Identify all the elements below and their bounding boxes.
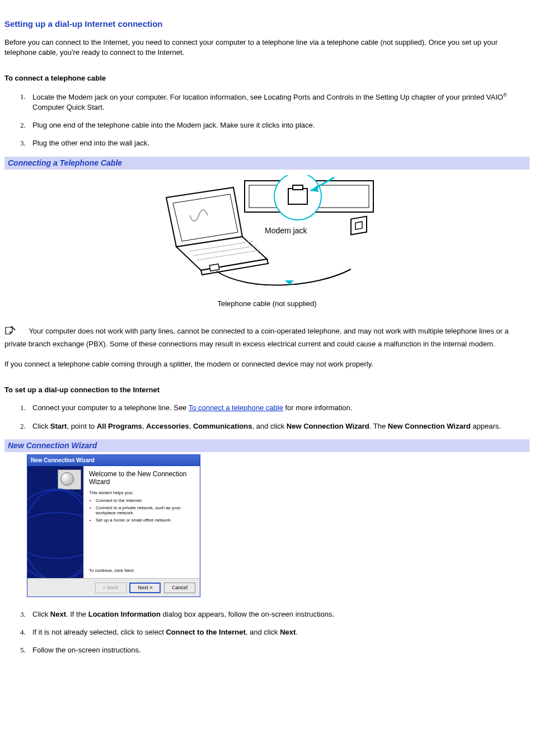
wizard-titlebar: New Connection Wizard: [27, 455, 200, 466]
wizard-window: New Connection Wizard Welcome to the New…: [27, 454, 200, 597]
wizard-main: Welcome to the New Connection Wizard Thi…: [83, 466, 200, 578]
note-text-2: If you connect a telephone cable coming …: [4, 359, 530, 369]
list-number: 3.: [20, 138, 26, 148]
next-button[interactable]: Next >: [129, 583, 161, 593]
svg-rect-3: [288, 189, 307, 204]
list-text: Follow the on-screen instructions.: [32, 646, 141, 654]
list-item: 2. Plug one end of the telephone cable i…: [20, 120, 530, 130]
svg-rect-11: [355, 222, 362, 229]
list-item: 5. Follow the on-screen instructions.: [20, 645, 530, 655]
wizard-welcome: Welcome to the New Connection Wizard: [89, 471, 194, 486]
figure1-diagram: Modem jack Telephone cable (not supplied…: [4, 170, 530, 313]
list-number: 2.: [20, 120, 26, 130]
list-text: Locate the Modem jack on your computer. …: [32, 93, 503, 101]
list-text: Connect your computer to a telephone lin…: [32, 403, 189, 412]
section2-heading: To set up a dial-up connection to the In…: [4, 385, 530, 395]
wizard-buttons: < Back Next > Cancel: [27, 578, 200, 597]
note-block: Your computer does not work with party l…: [4, 326, 530, 349]
wizard-continue: To continue, click Next.: [89, 567, 135, 574]
list-text: Computer Quick Start.: [32, 103, 105, 111]
intro-paragraph: Before you can connect to the Internet, …: [4, 37, 530, 58]
telephone-cable-link[interactable]: To connect a telephone cable: [189, 403, 283, 412]
section2-list-b: 3. Click Next. If the Location Informati…: [20, 609, 530, 656]
wizard-bullet: Set up a home or small office network.: [96, 518, 194, 523]
list-number: 1.: [20, 92, 26, 102]
modem-diagram-icon: Modem jack: [149, 175, 385, 293]
wall-jack-icon: [351, 217, 367, 235]
globe-icon: [27, 489, 83, 578]
modem-jack-label: Modem jack: [265, 226, 307, 235]
wizard-bullet: Connect to a private network, such as yo…: [96, 505, 194, 516]
page-number: Page 24: [504, 754, 527, 756]
cancel-button[interactable]: Cancel: [164, 583, 195, 593]
list-item: 3. Plug the other end into the wall jack…: [20, 138, 530, 148]
page-title: Setting up a dial-up Internet connection: [4, 18, 530, 30]
wizard-bullets: Connect to the Internet. Connect to a pr…: [89, 498, 194, 523]
wizard-sidebar-icon: [58, 469, 81, 490]
figure2-caption: New Connection Wizard: [4, 439, 530, 453]
wizard-bullet: Connect to the Internet.: [96, 498, 194, 504]
wizard-sidebar: [27, 466, 83, 578]
list-number: 2.: [20, 421, 26, 431]
figure1-caption: Connecting a Telephone Cable: [4, 157, 530, 170]
wizard-helps: This wizard helps you:: [89, 490, 194, 496]
list-item: 4. If it is not already selected, click …: [20, 627, 530, 637]
list-item: 1. Locate the Modem jack on your compute…: [20, 92, 530, 113]
list-text: Plug one end of the telephone cable into…: [32, 121, 315, 129]
note-text: Your computer does not work with party l…: [4, 327, 509, 348]
list-number: 5.: [20, 645, 26, 655]
section2-list-a: 1. Connect your computer to a telephone …: [20, 403, 530, 431]
back-button[interactable]: < Back: [95, 583, 127, 593]
list-item: 2. Click Start, point to All Programs, A…: [20, 421, 530, 431]
list-number: 3.: [20, 609, 26, 619]
note-icon: [4, 326, 17, 339]
list-item: 3. Click Next. If the Location Informati…: [20, 609, 530, 619]
list-item: 1. Connect your computer to a telephone …: [20, 403, 530, 413]
list-text: for more information.: [283, 403, 353, 412]
registered-mark: ®: [503, 92, 507, 98]
section1-heading: To connect a telephone cable: [4, 73, 530, 83]
list-text: Plug the other end into the wall jack.: [32, 139, 149, 147]
list-number: 4.: [20, 627, 26, 637]
list-number: 1.: [20, 403, 26, 413]
svg-rect-9: [209, 264, 219, 271]
svg-rect-4: [293, 185, 303, 190]
section1-list: 1. Locate the Modem jack on your compute…: [20, 92, 530, 149]
cable-label: Telephone cable (not supplied): [4, 299, 530, 309]
